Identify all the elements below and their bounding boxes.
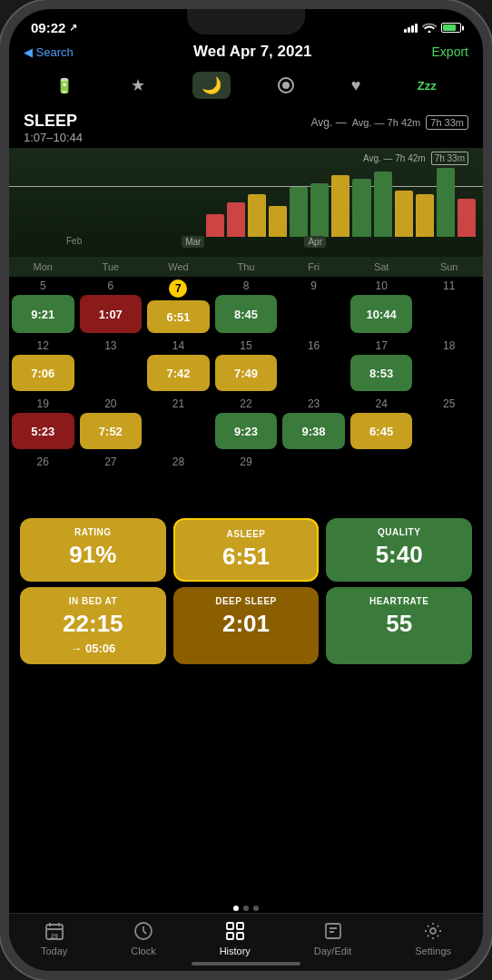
svg-rect-7 [227, 933, 233, 939]
calendar-cell: 9 [280, 277, 348, 337]
filter-star[interactable]: ★ [122, 72, 154, 99]
cell-date: 10 [350, 279, 413, 292]
status-time: 09:22 [31, 20, 65, 35]
calendar-day-name: Mon [9, 257, 77, 277]
calendar-cell[interactable]: 88:45 [212, 277, 280, 337]
calendar-cell[interactable]: 229:23 [212, 395, 280, 453]
calendar-cell[interactable]: 246:45 [348, 395, 416, 453]
tab-history[interactable]: History [220, 921, 251, 956]
svg-rect-8 [237, 933, 243, 939]
stat-value: 6:51 [222, 543, 270, 571]
calendar-cell[interactable]: 157:49 [212, 337, 280, 395]
sleep-header: SLEEP 1:07–10:44 Avg. — Avg. — 7h 42m 7h… [9, 106, 483, 148]
calendar-cell[interactable]: 147:42 [144, 337, 212, 395]
sleep-block: 5:23 [12, 413, 74, 449]
stat-card-deep-sleep[interactable]: DEEP SLEEP2:01 [173, 587, 320, 664]
cell-date: 12 [12, 339, 74, 352]
calendar-cell[interactable]: 207:52 [77, 395, 145, 453]
stat-card-heartrate[interactable]: HEARTRATE55 [326, 587, 472, 664]
stat-label: RATING [74, 527, 112, 537]
calendar-cell: 25 [415, 395, 483, 453]
export-button[interactable]: Export [432, 44, 468, 59]
cell-date: 9 [282, 279, 345, 292]
stat-value: 91% [69, 541, 116, 569]
sleep-time-range: 1:07–10:44 [24, 131, 83, 144]
calendar-cell: 27 [77, 453, 145, 511]
battery-icon [441, 23, 461, 33]
calendar-cell: 13 [77, 337, 145, 395]
cell-date: 16 [282, 339, 345, 352]
clock-icon [133, 921, 153, 943]
svg-rect-9 [326, 924, 340, 938]
tab-label: History [220, 946, 251, 956]
calendar-cell[interactable]: 178:53 [348, 337, 416, 395]
tab-day-edit[interactable]: Day/Edit [314, 921, 352, 956]
stat-card-asleep[interactable]: ASLEEP6:51 [173, 518, 320, 582]
calendar-cell[interactable]: 239:38 [280, 395, 348, 453]
filter-heart[interactable]: ♥ [342, 73, 370, 99]
tab-today[interactable]: 29Today [41, 921, 67, 956]
dot-1 [233, 906, 239, 911]
filter-battery[interactable]: 🔋 [46, 74, 83, 98]
filter-zzz[interactable]: Zzz [408, 75, 446, 96]
back-button[interactable]: ◀ Search [24, 45, 74, 59]
calendar-cell: 11 [415, 277, 483, 337]
chart-bar [331, 175, 349, 237]
cell-date: 27 [80, 456, 143, 468]
dot-2 [243, 906, 249, 911]
tab-settings[interactable]: Settings [415, 921, 451, 956]
stat-value: 55 [386, 610, 412, 638]
avg-value: Avg. — 7h 42m [352, 117, 421, 128]
tab-label: Settings [415, 946, 451, 956]
home-indicator [192, 962, 300, 965]
tab-clock[interactable]: Clock [131, 921, 156, 956]
notch [187, 9, 305, 34]
avg-box: 7h 33m [426, 115, 468, 130]
stat-card-in-bed-at[interactable]: IN BED AT22:15→ 05:06 [20, 587, 166, 664]
wifi-icon [422, 21, 437, 35]
sleep-title: SLEEP [24, 112, 83, 131]
stat-label: DEEP SLEEP [215, 596, 277, 606]
phone-screen: 09:22 ↗ [9, 9, 483, 971]
calendar-day-name: Thu [212, 257, 280, 277]
calendar-grid: 59:2161:0776:5188:4591010:4411127:061314… [9, 277, 483, 511]
filter-circle[interactable] [269, 74, 303, 97]
filter-moon[interactable]: 🌙 [192, 72, 231, 99]
calendar-day-name: Sun [415, 257, 483, 277]
stat-card-quality[interactable]: QUALITY5:40 [326, 518, 472, 582]
chart-bar [248, 194, 266, 237]
cell-date: 6 [80, 279, 143, 292]
stat-value: 5:40 [376, 541, 423, 569]
signal-icon [404, 24, 418, 33]
cell-date: 15 [215, 339, 278, 352]
calendar-day-name: Tue [77, 257, 145, 277]
stat-sub: → 05:06 [70, 642, 115, 655]
stat-card-rating[interactable]: RATING91% [20, 518, 166, 582]
calendar-cell[interactable]: 195:23 [9, 395, 77, 453]
calendar-cell[interactable]: 76:51 [144, 277, 212, 337]
tab-label: Today [41, 946, 67, 956]
stat-value: 22:15 [63, 610, 123, 638]
calendar-cell[interactable]: 59:21 [9, 277, 77, 337]
chart-bars [199, 160, 483, 237]
grid-icon [225, 921, 245, 943]
calendar-cell[interactable]: 1010:44 [348, 277, 416, 337]
sleep-chart: Avg. — 7h 42m 7h 33m Feb Mar Apr [9, 148, 483, 257]
stat-label: ASLEEP [226, 529, 265, 539]
stat-label: HEARTRATE [369, 596, 428, 606]
chart-bar [374, 172, 392, 237]
calendar-cell [415, 453, 483, 511]
sleep-block: 6:51 [147, 300, 210, 333]
chart-bar [458, 199, 476, 238]
avg-label: Avg. — [311, 116, 347, 129]
calendar-cell[interactable]: 61:07 [77, 277, 145, 337]
sleep-block: 9:21 [12, 295, 74, 333]
stats-container: RATING91%ASLEEP6:51QUALITY5:40 IN BED AT… [9, 511, 483, 902]
calendar-cell: 28 [144, 453, 212, 511]
dot-3 [253, 906, 259, 911]
chart-bar [269, 206, 287, 237]
sleep-block: 7:42 [147, 355, 210, 391]
stat-label: QUALITY [378, 527, 420, 537]
calendar-day-name: Fri [280, 257, 348, 277]
calendar-cell[interactable]: 127:06 [9, 337, 77, 395]
